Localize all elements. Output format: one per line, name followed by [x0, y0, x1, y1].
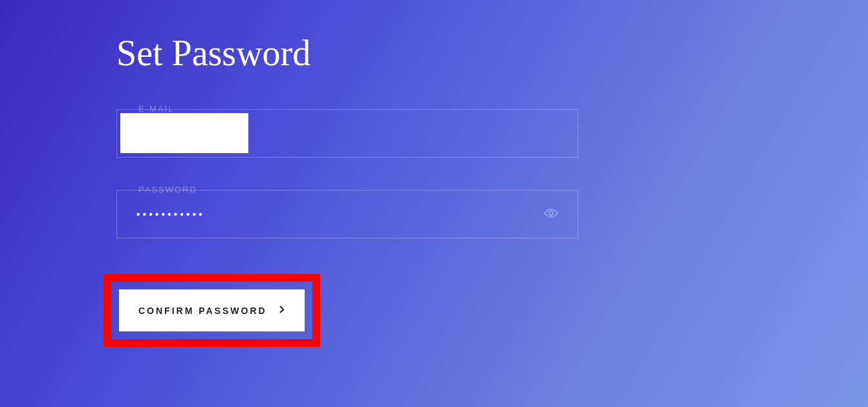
email-field-group: E-MAIL	[116, 109, 578, 158]
svg-point-0	[549, 211, 553, 215]
confirm-password-button[interactable]: CONFIRM PASSWORD	[119, 289, 305, 331]
email-label: E-MAIL	[133, 104, 179, 114]
confirm-button-label: CONFIRM PASSWORD	[138, 306, 267, 316]
email-field[interactable]	[120, 113, 248, 153]
chevron-right-icon	[279, 305, 285, 316]
page-title: Set Password	[116, 32, 868, 74]
button-highlight-box: CONFIRM PASSWORD	[103, 274, 320, 347]
set-password-form: Set Password E-MAIL PASSWORD CONFIRM PAS…	[0, 0, 868, 347]
password-field[interactable]	[136, 209, 544, 220]
password-label: PASSWORD	[133, 185, 202, 194]
eye-icon[interactable]	[544, 208, 558, 221]
password-field-group: PASSWORD	[116, 190, 578, 238]
